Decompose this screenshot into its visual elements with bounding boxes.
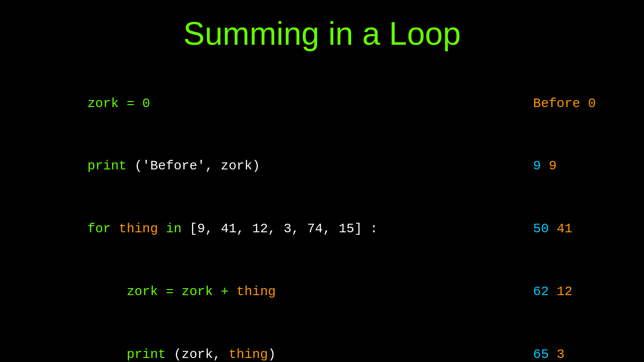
code-line-1: zork = 0: [40, 72, 456, 135]
code-indent: [88, 347, 127, 362]
code-line-2: print ('Before', zork): [40, 135, 456, 198]
code-print-2: print: [127, 347, 166, 362]
output-9-zork: 9: [533, 158, 549, 173]
output-50-zork: 50: [533, 221, 557, 236]
output-line-before: Before 0: [486, 72, 604, 135]
output-41-thing: 41: [556, 221, 572, 236]
output-block: Before 0 9 9 50 41 62 12 65 3 139 74 154…: [486, 72, 604, 362]
output-line-65-3: 65 3: [486, 323, 604, 362]
code-line-3: for thing in [9, 41, 12, 3, 74, 15] :: [40, 198, 456, 261]
code-list: [9, 41, 12, 3, 74, 15] :: [182, 221, 378, 236]
code-for: for: [88, 221, 111, 236]
code-print-2-rest: (zork,: [166, 347, 229, 362]
output-before-0: Before 0: [533, 96, 596, 111]
code-print-1-rest: ('Before', zork): [127, 158, 260, 173]
code-zork-2: zork = zork +: [88, 284, 236, 299]
output-62-zork: 62: [533, 284, 557, 299]
code-line-4: zork = zork + thing: [40, 260, 456, 323]
output-line-62-12: 62 12: [486, 260, 604, 323]
output-9-thing: 9: [549, 158, 557, 173]
output-65-zork: 65: [533, 347, 557, 362]
code-zork-1: zork = 0: [88, 96, 150, 111]
code-thing-2: thing: [236, 284, 276, 299]
content-area: zork = 0 print ('Before', zork) for thin…: [0, 72, 644, 362]
code-print-1: print: [88, 158, 127, 173]
code-in: in: [158, 221, 182, 236]
output-line-50-41: 50 41: [486, 198, 604, 261]
output-3-thing: 3: [556, 347, 565, 362]
page-title: Summing in a Loop: [183, 15, 460, 52]
code-print-2-end: ): [268, 347, 276, 362]
code-thing-3: thing: [228, 347, 268, 362]
code-thing-1: thing: [111, 221, 158, 236]
code-line-5: print (zork, thing): [40, 323, 456, 362]
code-block: zork = 0 print ('Before', zork) for thin…: [40, 72, 456, 362]
output-12-thing: 12: [556, 284, 572, 299]
output-line-9-9: 9 9: [486, 135, 604, 198]
